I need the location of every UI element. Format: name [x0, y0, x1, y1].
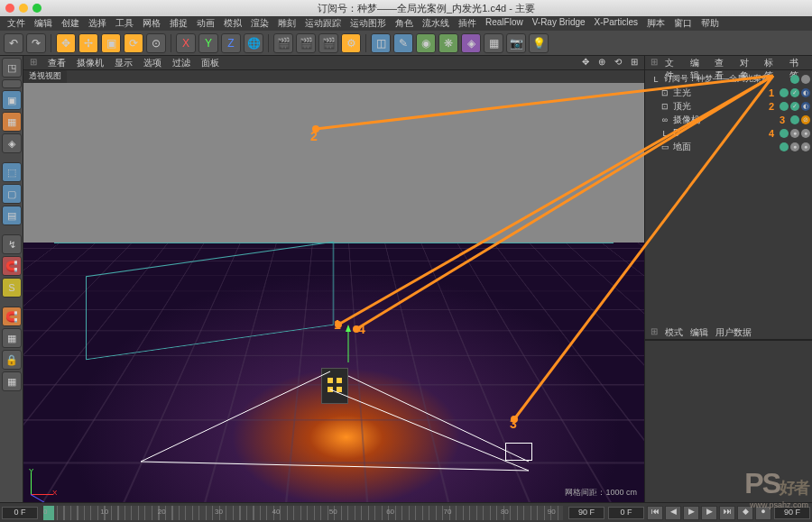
vp-options[interactable]: 选项 [141, 56, 164, 69]
vp-nav-icon[interactable]: ✥ [579, 56, 592, 69]
tl-first-button[interactable]: ⏮ [647, 506, 663, 520]
menu-edit[interactable]: 编辑 [31, 16, 56, 31]
menu-snap[interactable]: 捕捉 [166, 16, 191, 31]
vp-zoom-icon[interactable]: ⊕ [595, 56, 608, 69]
model-button[interactable] [2, 79, 22, 88]
select-button[interactable]: ✥ [56, 33, 76, 53]
tl-play-button[interactable]: ▶ [683, 506, 699, 520]
quantize-button[interactable]: ▦ [2, 328, 22, 348]
last-tool-button[interactable]: ⊙ [146, 33, 166, 53]
pen-button[interactable]: ✎ [393, 33, 413, 53]
menu-plugin[interactable]: 插件 [455, 16, 480, 31]
menu-tools[interactable]: 工具 [112, 16, 137, 31]
vp-layout-icon[interactable]: ⊞ [628, 56, 641, 69]
om-book[interactable]: 书签 [788, 56, 809, 69]
vp-rotate-icon[interactable]: ⟲ [612, 56, 624, 69]
tl-start[interactable]: 0 F [2, 507, 38, 519]
menu-pipe[interactable]: 流水线 [419, 16, 453, 31]
menu-create[interactable]: 创建 [58, 16, 83, 31]
attr-mode[interactable]: 模式 [663, 325, 685, 339]
soft-button[interactable]: ▦ [2, 371, 22, 391]
light-button[interactable]: 💡 [529, 33, 549, 53]
cube-button[interactable]: ◫ [371, 33, 391, 53]
tl-cur[interactable]: 0 F [608, 507, 644, 519]
menu-script[interactable]: 脚本 [643, 16, 669, 31]
snap3-button[interactable]: 🧲 [2, 307, 22, 326]
maximize-icon[interactable] [32, 4, 42, 13]
viewport-tab[interactable]: 透视视图 [23, 70, 67, 83]
viewport-canvas[interactable]: Y X 网格间距：1000 cm [23, 83, 644, 502]
menu-help[interactable]: 帮助 [697, 16, 723, 31]
redo-button[interactable]: ↷ [26, 33, 46, 53]
editable-button[interactable]: ◳ [2, 58, 22, 78]
menu-sim[interactable]: 模拟 [220, 16, 245, 31]
tweak-button[interactable]: ↯ [2, 234, 22, 254]
generator-button[interactable]: ❋ [438, 33, 458, 53]
vp-view[interactable]: 查看 [45, 56, 69, 69]
x-axis-button[interactable]: X [176, 33, 196, 53]
render-settings2-button[interactable]: ⚙ [341, 33, 361, 53]
scale-button[interactable]: ▣ [101, 33, 121, 53]
menu-mesh[interactable]: 网格 [139, 16, 164, 31]
vp-filter[interactable]: 过滤 [170, 56, 193, 69]
render-button[interactable]: 🎬 [273, 33, 293, 53]
snap-button[interactable]: 🧲 [2, 256, 22, 276]
menu-file[interactable]: 文件 [4, 16, 29, 31]
menu-sculpt[interactable]: 雕刻 [274, 16, 300, 31]
locked-button[interactable]: 🔒 [2, 350, 22, 370]
tl-last-button[interactable]: ⏭ [719, 506, 735, 520]
object-mode-button[interactable]: ▣ [2, 90, 22, 110]
rotate-button[interactable]: ⟳ [124, 33, 143, 53]
deformer-button[interactable]: ◈ [461, 33, 481, 53]
tl-next-button[interactable]: ▶ [701, 506, 717, 520]
vp-panel[interactable]: 面板 [198, 56, 222, 69]
workplane2-button[interactable]: S [2, 278, 22, 298]
world-button[interactable]: 🌐 [244, 33, 263, 53]
minimize-icon[interactable] [19, 4, 28, 13]
menu-xp[interactable]: X-Particles [591, 16, 641, 31]
move-button[interactable]: ✢ [78, 33, 98, 53]
om-object[interactable]: 对象 [738, 56, 760, 69]
undo-button[interactable]: ↶ [4, 33, 23, 53]
menu-track[interactable]: 运动跟踪 [301, 16, 345, 31]
menu-char[interactable]: 角色 [392, 16, 417, 31]
render-region-button[interactable]: 🎬 [296, 33, 316, 53]
menu-select[interactable]: 选择 [85, 16, 110, 31]
om-tags[interactable]: 标签 [762, 56, 784, 69]
obj-row-floor[interactable]: ▭ 地面 ●● [647, 140, 810, 153]
nurbs-button[interactable]: ◉ [416, 33, 436, 53]
tl-prev-button[interactable]: ◀ [665, 506, 681, 520]
om-view[interactable]: 查看 [713, 56, 734, 69]
object-tree[interactable]: L 订阅号：种梦——全局光案例 ⊡ 主光 1 ✓◐ ⊡ 顶光 2 ✓◐ ∞ 摄像… [645, 70, 812, 155]
menu-render[interactable]: 渲染 [247, 16, 272, 31]
menu-anim[interactable]: 动画 [193, 16, 218, 31]
menu-mograph[interactable]: 运动图形 [346, 16, 390, 31]
environment-button[interactable]: ▦ [484, 33, 503, 53]
vp-camera[interactable]: 摄像机 [74, 56, 106, 69]
point-mode-button[interactable]: ⬚ [2, 162, 22, 182]
y-axis-button[interactable]: Y [198, 33, 218, 53]
vp-display[interactable]: 显示 [112, 56, 135, 69]
om-edit[interactable]: 编辑 [688, 56, 710, 69]
menu-realflow[interactable]: RealFlow [482, 16, 527, 31]
render-settings-button[interactable]: 🎬 [318, 33, 338, 53]
z-axis-button[interactable]: Z [221, 33, 241, 53]
menu-window[interactable]: 窗口 [670, 16, 696, 31]
poly-mode-button[interactable]: ▤ [2, 206, 22, 225]
tl-ruler[interactable]: 0 10 20 30 40 50 60 70 80 90 [43, 506, 563, 520]
tl-end[interactable]: 90 F [568, 507, 604, 519]
obj-row-mainlight[interactable]: ⊡ 主光 1 ✓◐ [647, 86, 810, 99]
obj-row-toplight[interactable]: ⊡ 顶光 2 ✓◐ [647, 99, 810, 113]
edge-mode-button[interactable]: ▢ [2, 184, 22, 204]
obj-row-d[interactable]: L D 4 ●● [647, 126, 810, 140]
attr-user[interactable]: 用户数据 [714, 325, 753, 339]
attr-edit[interactable]: 编辑 [688, 325, 710, 339]
om-file[interactable]: 文件 [663, 56, 685, 69]
obj-row-root[interactable]: L 订阅号：种梦——全局光案例 [647, 72, 810, 86]
close-icon[interactable] [5, 4, 14, 13]
menu-vray[interactable]: V-Ray Bridge [529, 16, 589, 31]
camera-button[interactable]: 📷 [506, 33, 526, 53]
obj-row-camera[interactable]: ∞ 摄像机 3 ⊘ [647, 113, 810, 126]
workplane-button[interactable]: ◈ [2, 133, 22, 153]
texture-mode-button[interactable]: ▦ [2, 112, 22, 132]
